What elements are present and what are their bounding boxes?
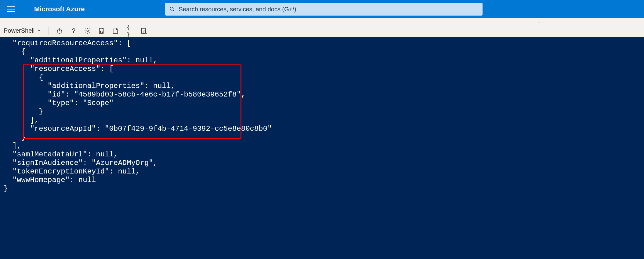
terminal-line: }	[4, 184, 644, 193]
cloud-shell-toolbar: PowerShell ? { }	[0, 24, 644, 37]
restart-icon[interactable]	[56, 27, 63, 34]
chevron-down-icon	[37, 28, 41, 33]
svg-point-12	[144, 31, 146, 33]
terminal-line: ],	[4, 142, 644, 150]
svg-line-13	[146, 33, 147, 34]
terminal-line: "signInAudience": "AzureADMyOrg",	[4, 159, 644, 167]
terminal-line: }	[4, 133, 644, 142]
terminal-line: "wwwHomepage": null	[4, 176, 644, 184]
terminal-line: "tokenEncryptionKeyId": null,	[4, 167, 644, 176]
toolbar-divider	[49, 27, 49, 35]
svg-point-0	[170, 7, 174, 10]
new-session-icon[interactable]	[112, 27, 119, 34]
terminal-line: "requiredResourceAccess": [	[4, 39, 644, 48]
svg-rect-8	[113, 29, 118, 33]
terminal-line: {	[4, 73, 644, 82]
search-wrap	[165, 3, 483, 16]
terminal-line: "type": "Scope"	[4, 99, 644, 108]
search-input[interactable]	[179, 6, 478, 13]
terminal-line: "resourceAccess": [	[4, 65, 644, 73]
search-box[interactable]	[165, 3, 483, 16]
terminal-line: ],	[4, 116, 644, 125]
menu-icon[interactable]	[7, 6, 15, 12]
terminal-line: "resourceAppId": "0b07f429-9f4b-4714-939…	[4, 125, 644, 133]
terminal-line: "samlMetadataUrl": null,	[4, 150, 644, 159]
terminal-line: {	[4, 48, 644, 56]
svg-point-4	[87, 30, 89, 32]
terminal-line: "additionalProperties": null,	[4, 56, 644, 65]
terminal-line: "additionalProperties": null,	[4, 82, 644, 90]
overflow-dots[interactable]: ...	[0, 18, 644, 24]
azure-header: Microsoft Azure	[0, 0, 644, 18]
terminal-line: "id": "4589bd03-58cb-4e6c-b17f-b580e3965…	[4, 90, 644, 99]
shell-mode-label: PowerShell	[4, 27, 34, 34]
terminal-output[interactable]: "requiredResourceAccess": [ { "additiona…	[0, 37, 644, 259]
editor-icon[interactable]: { }	[126, 27, 133, 34]
svg-line-1	[173, 10, 174, 11]
terminal-line: }	[4, 108, 644, 116]
settings-icon[interactable]	[84, 27, 91, 34]
brand-title: Microsoft Azure	[34, 5, 85, 13]
search-icon	[169, 6, 175, 12]
shell-mode-dropdown[interactable]: PowerShell	[4, 27, 41, 34]
help-icon[interactable]: ?	[70, 27, 77, 34]
upload-download-icon[interactable]	[98, 27, 105, 34]
preview-icon[interactable]	[140, 27, 147, 34]
